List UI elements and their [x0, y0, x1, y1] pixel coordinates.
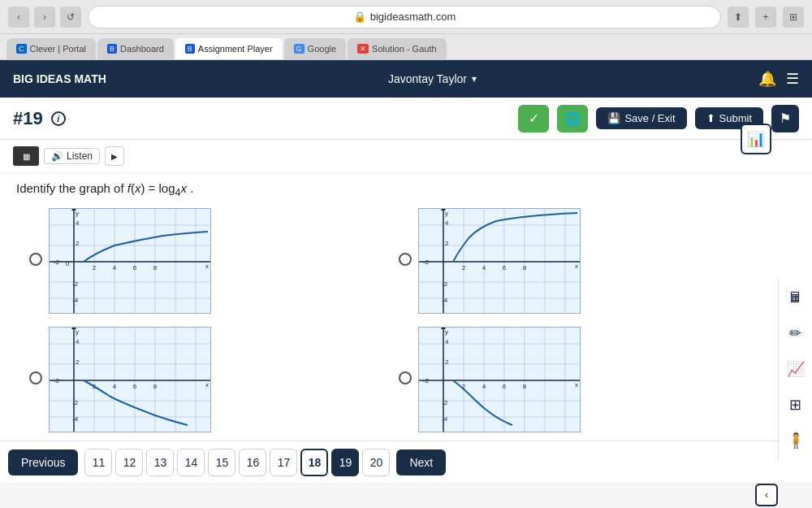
page-btn-17[interactable]: 17	[270, 449, 297, 476]
page-btn-18[interactable]: 18	[300, 449, 328, 476]
accessibility-icon: 📊	[747, 130, 765, 148]
tab-assignment-player[interactable]: B Assignment Player	[175, 38, 283, 59]
graph-option-a: 0 -2 2 4 6 8 x 4 2 -2 -4 y	[29, 208, 386, 314]
browser-controls: ‹ › ↺	[8, 7, 81, 28]
svg-text:x: x	[575, 381, 578, 389]
table-tool[interactable]: ⊞	[784, 393, 808, 417]
svg-marker-100	[580, 378, 581, 383]
svg-text:4: 4	[445, 219, 449, 227]
question-number: #19	[13, 108, 43, 129]
pagination: Previous 11 12 13 14 15 16 17 18 19 20 N…	[0, 441, 812, 483]
svg-marker-72	[210, 378, 211, 383]
share-button[interactable]: ⬆	[728, 7, 749, 28]
solution-tab-icon: ✕	[357, 44, 369, 54]
assignment-tab-icon: B	[185, 44, 195, 54]
page-btn-15[interactable]: 15	[208, 449, 235, 476]
svg-text:6: 6	[133, 383, 137, 390]
browser-bar: ‹ › ↺ 🔒 bigideasmath.com ⬆ + ⊞	[0, 0, 812, 34]
svg-text:2: 2	[445, 240, 449, 247]
graph-a[interactable]: 0 -2 2 4 6 8 x 4 2 -2 -4 y	[49, 208, 211, 314]
globe-icon: 🌐	[564, 111, 581, 126]
svg-text:6: 6	[133, 264, 137, 271]
svg-text:0: 0	[66, 260, 70, 267]
play-button[interactable]: ▶	[105, 146, 124, 166]
flag-button[interactable]: ⚑	[771, 105, 799, 132]
svg-text:-4: -4	[442, 415, 448, 423]
svg-text:-2: -2	[54, 258, 60, 266]
svg-text:x: x	[205, 381, 209, 389]
tab-clever-label: Clever | Portal	[30, 44, 87, 54]
bell-icon[interactable]: 🔔	[758, 70, 776, 88]
page-btn-14[interactable]: 14	[177, 449, 205, 476]
listen-button[interactable]: 🔊 Listen	[44, 148, 100, 164]
listen-label: Listen	[67, 150, 93, 162]
info-icon[interactable]: i	[51, 111, 66, 126]
user-name: Javontay Taylor	[388, 72, 467, 85]
save-exit-button[interactable]: 💾 Save / Exit	[596, 107, 686, 129]
dropdown-arrow-icon[interactable]: ▾	[472, 73, 477, 85]
reload-button[interactable]: ↺	[60, 7, 81, 28]
graph-d[interactable]: -2 2 4 6 8 x 4 2 -2 -4 y	[418, 327, 581, 432]
tab-google[interactable]: G Google	[284, 38, 347, 59]
svg-text:x: x	[575, 263, 578, 270]
svg-text:8: 8	[523, 264, 527, 271]
radio-d[interactable]	[399, 371, 412, 384]
graph-c[interactable]: -2 2 4 6 8 x 4 2 -2 -4 y	[49, 327, 211, 432]
page-btn-19[interactable]: 19	[331, 449, 359, 476]
svg-text:y: y	[445, 328, 448, 336]
radio-b[interactable]	[399, 253, 412, 266]
page-btn-16[interactable]: 16	[239, 449, 266, 476]
svg-text:-4: -4	[72, 297, 79, 304]
svg-text:2: 2	[93, 264, 97, 271]
graph-tool[interactable]: 📈	[784, 357, 808, 381]
tab-solution[interactable]: ✕ Solution - Gauth	[348, 38, 447, 59]
question-text: Identify the graph of f(x) = log4x .	[16, 181, 771, 198]
google-tab-icon: G	[294, 44, 304, 54]
check-button[interactable]: ✓	[518, 105, 549, 132]
radio-c[interactable]	[29, 371, 42, 384]
graph-option-c: -2 2 4 6 8 x 4 2 -2 -4 y	[29, 327, 386, 432]
forward-button[interactable]: ›	[34, 7, 55, 28]
tab-dashboard-label: Dashboard	[120, 44, 164, 54]
svg-text:y: y	[76, 328, 79, 336]
toolbar: #19 i ✓ 🌐 💾 Save / Exit ⬆ Submit ⚑	[0, 98, 812, 140]
previous-button[interactable]: Previous	[8, 449, 78, 475]
globe-button[interactable]: 🌐	[557, 105, 588, 132]
collapse-button[interactable]: ‹	[755, 484, 778, 506]
next-button[interactable]: Next	[396, 449, 446, 475]
page-btn-11[interactable]: 11	[84, 449, 112, 476]
svg-text:8: 8	[153, 383, 158, 390]
person-tool[interactable]: 🧍	[784, 428, 808, 453]
svg-text:-2: -2	[72, 280, 79, 288]
page-btn-12[interactable]: 12	[115, 449, 143, 476]
header-right: 🔔 ☰	[758, 70, 799, 88]
speaker-icon: 🔊	[51, 150, 63, 162]
graphs-container: 0 -2 2 4 6 8 x 4 2 -2 -4 y	[13, 208, 771, 432]
back-button[interactable]: ‹	[8, 7, 29, 28]
address-bar[interactable]: 🔒 bigideasmath.com	[88, 6, 721, 28]
calculator-tool[interactable]: 🖩	[784, 285, 808, 310]
submit-icon: ⬆	[706, 112, 715, 124]
tab-dashboard[interactable]: B Dashboard	[97, 38, 174, 59]
tab-assignment-label: Assignment Player	[198, 44, 273, 54]
graph-option-d: -2 2 4 6 8 x 4 2 -2 -4 y	[399, 327, 755, 432]
svg-text:4: 4	[76, 338, 80, 345]
svg-text:4: 4	[445, 338, 449, 345]
accessibility-button[interactable]: 📊	[741, 124, 771, 154]
dashboard-tab-icon: B	[107, 44, 117, 54]
svg-text:x: x	[205, 263, 209, 270]
menu-icon[interactable]: ☰	[786, 70, 799, 88]
grid-button[interactable]: ⊞	[783, 7, 804, 28]
radio-a[interactable]	[29, 253, 42, 266]
listen-bar: ▦ 🔊 Listen ▶ 📊	[0, 140, 812, 173]
draw-tool[interactable]: ✏	[784, 321, 808, 345]
graph-b[interactable]: -2 2 4 6 8 x 4 2 -2 -4 y	[418, 208, 581, 314]
svg-text:6: 6	[503, 264, 507, 271]
add-tab-button[interactable]: +	[755, 7, 776, 28]
page-btn-20[interactable]: 20	[362, 449, 390, 476]
url-text: bigideasmath.com	[370, 11, 456, 23]
check-icon: ✓	[529, 111, 539, 126]
page-btn-13[interactable]: 13	[146, 449, 174, 476]
svg-text:2: 2	[76, 240, 80, 247]
tab-clever[interactable]: C Clever | Portal	[6, 38, 96, 59]
